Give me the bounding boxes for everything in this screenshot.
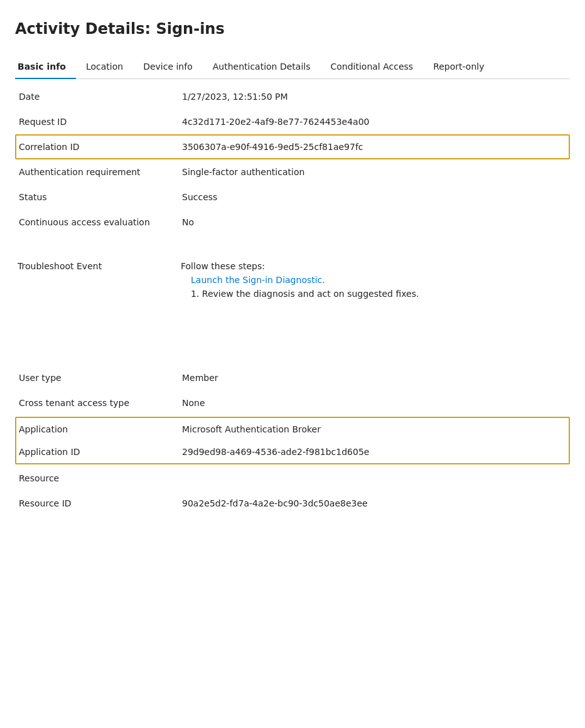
- application-id-label: Application ID: [19, 447, 182, 457]
- tab-location[interactable]: Location: [76, 55, 133, 79]
- resource-label: Resource: [19, 473, 182, 483]
- launch-diagnostic-link[interactable]: Launch the Sign-in Diagnostic.: [181, 275, 567, 285]
- application-highlight-group: Application Microsoft Authentication Bro…: [15, 417, 570, 464]
- tab-report-only[interactable]: Report-only: [423, 55, 494, 79]
- troubleshoot-label: Troubleshoot Event: [18, 261, 181, 271]
- user-type-value: Member: [182, 373, 566, 383]
- status-label: Status: [19, 192, 182, 202]
- follow-steps-text: Follow these steps:: [181, 261, 567, 271]
- resource-id-value: 90a2e5d2-fd7a-4a2e-bc90-3dc50ae8e3ee: [182, 498, 566, 508]
- correlation-id-label: Correlation ID: [19, 142, 182, 152]
- cross-tenant-label: Cross tenant access type: [19, 398, 182, 408]
- application-id-value: 29d9ed98-a469-4536-ade2-f981bc1d605e: [182, 447, 566, 457]
- application-row: Application Microsoft Authentication Bro…: [16, 418, 569, 441]
- auth-req-row: Authentication requirement Single-factor…: [15, 159, 570, 185]
- user-type-label: User type: [19, 373, 182, 383]
- tab-basic-info[interactable]: Basic info: [15, 55, 76, 79]
- status-value: Success: [182, 192, 566, 202]
- cont-access-value: No: [182, 217, 566, 227]
- cross-tenant-value: None: [182, 398, 566, 408]
- tabs-container: Basic info Location Device info Authenti…: [15, 55, 570, 79]
- application-id-row: Application ID 29d9ed98-a469-4536-ade2-f…: [16, 441, 569, 463]
- user-type-row: User type Member: [15, 365, 570, 390]
- request-id-value: 4c32d171-20e2-4af9-8e77-7624453e4a00: [182, 117, 566, 127]
- troubleshoot-content: Follow these steps: Launch the Sign-in D…: [181, 261, 567, 299]
- correlation-id-value: 3506307a-e90f-4916-9ed5-25cf81ae97fc: [182, 142, 566, 152]
- resource-id-row: Resource ID 90a2e5d2-fd7a-4a2e-bc90-3dc5…: [15, 491, 570, 516]
- date-row: Date 1/27/2023, 12:51:50 PM: [15, 84, 570, 109]
- cont-access-label: Continuous access evaluation: [19, 217, 182, 227]
- basic-info-content: Date 1/27/2023, 12:51:50 PM Request ID 4…: [15, 79, 570, 516]
- cont-access-row: Continuous access evaluation No: [15, 210, 570, 235]
- troubleshoot-row: Troubleshoot Event Follow these steps: L…: [15, 255, 570, 305]
- request-id-row: Request ID 4c32d171-20e2-4af9-8e77-76244…: [15, 109, 570, 134]
- application-label: Application: [19, 424, 182, 434]
- tab-conditional-access[interactable]: Conditional Access: [320, 55, 423, 79]
- tab-auth-details[interactable]: Authentication Details: [203, 55, 321, 79]
- resource-row: Resource: [15, 466, 570, 491]
- step1-text: 1. Review the diagnosis and act on sugge…: [181, 289, 567, 299]
- page-title: Activity Details: Sign-ins: [15, 20, 570, 38]
- status-row: Status Success: [15, 185, 570, 210]
- tab-device-info[interactable]: Device info: [133, 55, 203, 79]
- date-value: 1/27/2023, 12:51:50 PM: [182, 92, 566, 102]
- correlation-id-row: Correlation ID 3506307a-e90f-4916-9ed5-2…: [15, 134, 570, 159]
- resource-id-label: Resource ID: [19, 498, 182, 508]
- cross-tenant-row: Cross tenant access type None: [15, 390, 570, 415]
- request-id-label: Request ID: [19, 117, 182, 127]
- auth-req-label: Authentication requirement: [19, 167, 182, 177]
- auth-req-value: Single-factor authentication: [182, 167, 566, 177]
- application-value: Microsoft Authentication Broker: [182, 424, 566, 434]
- date-label: Date: [19, 92, 182, 102]
